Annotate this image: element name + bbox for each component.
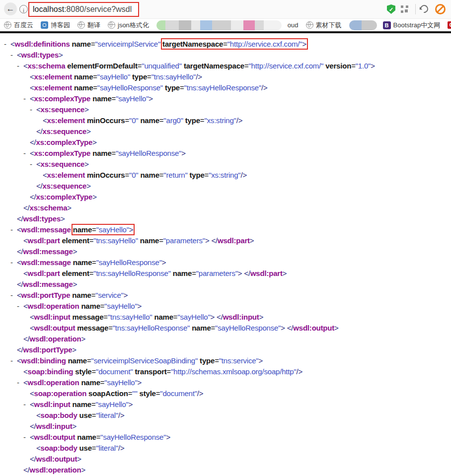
page-info-icon[interactable] (19, 5, 28, 13)
xml-token: "service" (95, 291, 123, 299)
collapse-toggle[interactable]: - (17, 61, 23, 71)
xml-token: "sayHello" (104, 302, 137, 310)
collapse-toggle[interactable]: - (30, 104, 36, 115)
xml-line: <xs:element name="sayHello" type="tns:sa… (0, 71, 451, 82)
xml-token: = (351, 62, 356, 70)
xml-line: </wsdl:operation> (0, 465, 451, 476)
xml-token: soap:binding (28, 367, 74, 376)
xml-token: "xs:string" (204, 116, 236, 125)
xml-token: wsdl:part (28, 269, 60, 277)
bookmark-baiduyun[interactable]: 百度云 (4, 21, 33, 30)
collapse-toggle[interactable]: - (17, 377, 23, 388)
xml-document: -<wsdl:definitions name="serviceimplServ… (0, 33, 451, 476)
xml-token: > (77, 455, 81, 463)
xml-token: "tns:sayHelloResponse" (113, 324, 190, 332)
bookmark-cloud-partial[interactable]: oud (288, 21, 299, 29)
xml-token: name (77, 433, 96, 441)
xml-token: = (93, 72, 97, 81)
collapse-toggle[interactable]: - (10, 50, 17, 61)
xml-token: "tns:sayHello" (93, 236, 138, 245)
xml-token: use (79, 444, 92, 452)
back-button[interactable] (4, 2, 17, 15)
xml-token: "tns:service" (219, 356, 259, 365)
xml-token: = (192, 269, 196, 277)
xml-token: > (84, 105, 89, 114)
xml-token: "0" (129, 116, 138, 125)
xml-token: < (23, 302, 28, 310)
xml-line: -<wsdl:message name="sayHello"> (0, 224, 451, 235)
collapse-toggle[interactable]: - (10, 355, 17, 366)
xml-token: > (81, 335, 85, 343)
browser-window: localhost:8080/service?wsdl 百度云 博客园 翻译 j… (0, 0, 451, 476)
xml-line: </wsdl:types> (0, 213, 451, 224)
xml-line: -<xs:complexType name="sayHello"> (0, 93, 451, 104)
refresh-icon[interactable] (419, 3, 430, 15)
xml-token: "parameters" (163, 236, 205, 245)
bookmark-gitee[interactable]: 码云 (448, 21, 451, 30)
xml-token: </ (211, 236, 218, 245)
xml-token: xs:complexType (36, 193, 93, 201)
xml-token: = (92, 258, 96, 267)
xml-token: = (89, 236, 94, 245)
collapse-toggle[interactable]: - (4, 39, 10, 50)
xml-token: = (138, 62, 142, 70)
collapse-toggle[interactable]: - (23, 432, 30, 443)
xml-token: > (72, 345, 76, 354)
ad-block-icon[interactable] (435, 4, 446, 14)
url-path: :8080/service?wsdl (64, 5, 132, 14)
address-bar[interactable]: localhost:8080/service?wsdl (28, 2, 139, 17)
xml-token: "serviceimplService" (95, 40, 160, 48)
qr-code-icon[interactable] (401, 5, 408, 13)
xml-token: </ (17, 214, 23, 223)
collapse-toggle[interactable]: - (10, 224, 17, 235)
xml-token: xs:complexType (34, 94, 91, 103)
xml-token: < (36, 411, 41, 419)
xml-token: </ (287, 324, 294, 332)
xml-token: "sayHello" (95, 400, 128, 408)
xml-token: "xs:string" (209, 171, 240, 179)
security-shield-icon[interactable] (387, 4, 395, 14)
collapse-toggle[interactable]: - (23, 148, 30, 159)
collapse-toggle[interactable]: - (17, 301, 23, 312)
xml-token: wsdl:portType (23, 345, 73, 354)
xml-token: </ (244, 269, 250, 277)
bookmark-bootstrap[interactable]: Bootstrap中文网 (383, 21, 441, 30)
xml-token: = (147, 72, 151, 81)
xml-token: use (79, 411, 92, 419)
bookmark-cnblogs[interactable]: 博客园 (41, 21, 70, 30)
collapse-toggle[interactable]: - (30, 159, 36, 170)
xml-token: xs:sequence (43, 127, 87, 136)
xml-token: = (103, 313, 108, 321)
xml-token: wsdl:operation (30, 466, 81, 474)
xml-line: -<xs:schema elementFormDefault="unqualif… (0, 61, 451, 71)
xml-token: < (36, 160, 41, 168)
collapse-toggle[interactable]: - (10, 257, 17, 268)
xml-line: <wsdl:input message="tns:sayHello" name=… (0, 312, 451, 323)
xml-line: </wsdl:message> (0, 279, 451, 290)
bookmark-translate[interactable]: 翻译 (77, 21, 100, 30)
xml-token: "sayHello" (104, 378, 137, 387)
globe-icon (4, 21, 11, 29)
xml-token: < (17, 51, 21, 59)
collapse-toggle[interactable]: - (10, 290, 17, 301)
xml-token: "parameters" (196, 269, 238, 277)
xml-token: wsdl:binding (21, 356, 66, 365)
xml-token: minOccurs (87, 171, 125, 179)
xml-line: <wsdl:output message="tns:sayHelloRespon… (0, 323, 451, 334)
xml-token: < (17, 225, 21, 234)
xml-token: wsdl:message (23, 280, 73, 288)
xml-token: > (67, 204, 72, 212)
xml-token: "sayHelloResponse" (100, 433, 166, 441)
xml-token: elementFormDefault (67, 62, 137, 70)
xml-token: > (86, 127, 91, 136)
collapse-toggle[interactable]: - (23, 399, 30, 410)
xml-token: </ (36, 182, 43, 190)
xml-token: "sayHello" (96, 225, 129, 234)
collapse-toggle[interactable]: - (23, 93, 30, 104)
xml-token: > (162, 258, 166, 267)
xml-token: wsdl:input (34, 313, 71, 321)
bookmark-json-format[interactable]: json格式化 (108, 21, 149, 30)
xml-token: > (259, 313, 264, 321)
bookmark-material-download[interactable]: 素材下载 (306, 21, 342, 30)
xml-token: = (180, 83, 184, 92)
